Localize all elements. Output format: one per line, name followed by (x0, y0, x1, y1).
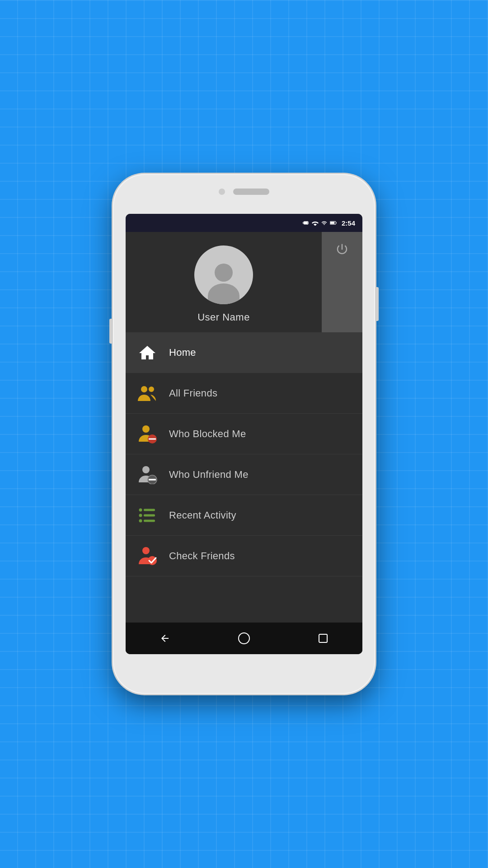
nav-bar (126, 623, 362, 654)
menu-list: Home All Friends (126, 332, 362, 623)
who-blocked-me-label: Who Blocked Me (169, 428, 246, 440)
svg-point-7 (142, 466, 150, 473)
svg-rect-11 (144, 509, 155, 511)
header-right (322, 232, 362, 332)
sidebar-item-who-blocked-me[interactable]: Who Blocked Me (126, 414, 362, 454)
camera-dot (219, 189, 225, 195)
friends-icon (137, 385, 158, 402)
svg-rect-19 (319, 634, 327, 642)
sidebar-item-recent-activity[interactable]: Recent Activity (126, 495, 362, 536)
blocked-icon-wrap (135, 421, 160, 447)
svg-point-10 (139, 508, 142, 511)
power-button[interactable] (332, 239, 352, 259)
avatar-figure (206, 264, 242, 304)
phone-screen: 2:54 User Name (126, 214, 362, 654)
svg-point-18 (239, 633, 249, 644)
svg-point-4 (142, 425, 150, 433)
svg-rect-13 (144, 514, 155, 516)
signal-icon (321, 220, 327, 226)
status-time: 2:54 (342, 219, 355, 227)
app-header: User Name (126, 232, 362, 332)
status-icons: 2:54 (303, 219, 355, 227)
phone-top-elements (219, 189, 269, 195)
volume-button (109, 319, 113, 344)
recent-activity-label: Recent Activity (169, 509, 236, 521)
svg-rect-15 (144, 519, 155, 522)
android-home-button[interactable] (233, 627, 255, 650)
phone-wrapper: 2:54 User Name (113, 174, 375, 694)
user-name: User Name (197, 311, 250, 323)
avatar-head (215, 264, 233, 282)
home-icon-wrap (135, 340, 160, 365)
battery-icon (330, 220, 337, 226)
circle-icon (238, 632, 250, 645)
who-unfriend-me-label: Who Unfriend Me (169, 469, 249, 481)
svg-point-2 (141, 386, 147, 392)
sidebar-item-all-friends[interactable]: All Friends (126, 373, 362, 414)
recents-button[interactable] (312, 627, 334, 650)
power-side-button (375, 287, 379, 321)
back-button[interactable] (154, 627, 176, 650)
unfriend-icon (137, 465, 158, 484)
sidebar-item-check-friends[interactable]: Check Friends (126, 536, 362, 576)
power-icon (335, 242, 349, 256)
svg-point-16 (142, 547, 150, 554)
speaker-grill (233, 189, 269, 195)
header-left: User Name (126, 232, 322, 332)
home-label: Home (169, 347, 196, 359)
friends-icon-wrap (135, 381, 160, 406)
sidebar-item-home[interactable]: Home (126, 332, 362, 373)
avatar-body (208, 283, 239, 304)
unfriend-icon-wrap (135, 462, 160, 487)
check-friends-icon (137, 546, 158, 566)
vibrate-icon (303, 220, 309, 226)
avatar (194, 245, 253, 304)
svg-point-12 (139, 514, 142, 517)
sidebar-item-who-unfriend-me[interactable]: Who Unfriend Me (126, 454, 362, 495)
blocked-icon (137, 425, 158, 443)
check-friends-icon-wrap (135, 543, 160, 569)
home-icon (138, 344, 156, 361)
activity-icon-wrap (135, 503, 160, 528)
status-bar: 2:54 (126, 214, 362, 232)
all-friends-label: All Friends (169, 387, 217, 399)
svg-point-3 (149, 387, 154, 392)
wifi-icon (312, 220, 319, 226)
square-icon (318, 633, 328, 643)
app-content: User Name (126, 232, 362, 654)
activity-icon (138, 507, 156, 524)
svg-point-14 (139, 519, 142, 522)
back-icon (160, 633, 170, 644)
check-friends-label: Check Friends (169, 550, 235, 562)
svg-rect-1 (330, 222, 334, 224)
